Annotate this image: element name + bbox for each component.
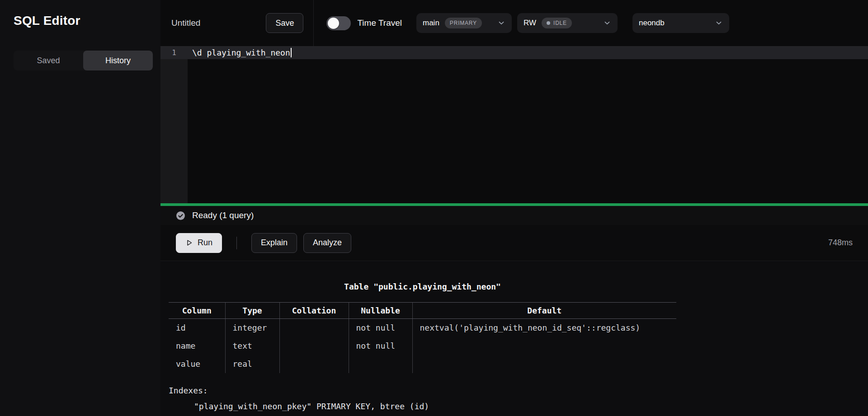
table-cell: real [225,355,279,373]
query-duration: 748ms [828,238,853,248]
column-header: Collation [279,303,349,319]
table-cell [412,337,676,355]
run-button-label: Run [198,238,212,248]
topbar-divider [313,0,314,46]
table-header-row: Column Type Collation Nullable Default [169,303,676,319]
editor-active-line[interactable]: 1 \d playing_with_neon [160,46,868,59]
branch-primary-badge: PRIMARY [445,18,482,28]
table-cell [279,319,349,337]
column-header: Nullable [349,303,412,319]
analyze-button[interactable]: Analyze [303,233,351,253]
line-number: 1 [160,48,188,57]
column-header: Default [412,303,676,319]
branch-selector[interactable]: main PRIMARY [416,13,512,33]
tab-saved[interactable]: Saved [14,51,83,70]
branch-primary-badge-label: PRIMARY [450,20,477,26]
toolbar-divider [236,237,237,249]
table-cell: nextval('playing_with_neon_id_seq'::regc… [412,319,676,337]
table-row: value real [169,355,676,373]
table-row: id integer not null nextval('playing_wit… [169,319,676,337]
table-cell: not null [349,319,412,337]
table-cell: name [169,337,225,355]
play-icon [185,239,193,247]
compute-status-badge: IDLE [542,18,572,28]
branch-name: main [423,19,439,28]
saved-history-tabs: Saved History [14,51,153,70]
code-line[interactable]: \d playing_with_neon [188,48,292,57]
sidebar: SQL Editor Saved History [0,0,160,416]
query-toolbar: Run Explain Analyze 748ms [160,225,868,261]
table-cell [279,337,349,355]
chevron-down-icon [497,19,505,27]
column-header: Type [225,303,279,319]
sql-editor-app: SQL Editor Saved History Untitled Save T… [0,0,868,416]
check-circle-icon [176,211,185,220]
explain-button-label: Explain [261,238,288,248]
table-cell: text [225,337,279,355]
time-travel-toggle[interactable] [326,16,351,30]
database-name: neondb [639,19,665,28]
tab-saved-label: Saved [37,56,60,65]
compute-mode: RW [524,19,536,28]
status-bar: Ready (1 query) [160,206,868,225]
page-title: SQL Editor [14,14,151,28]
chevron-down-icon [603,19,611,27]
analyze-button-label: Analyze [313,238,342,248]
main-panel: Untitled Save Time Travel main PRIMARY R… [160,0,868,416]
time-travel-label: Time Travel [357,18,402,28]
table-cell: integer [225,319,279,337]
code-text: \d playing_with_neon [192,48,290,57]
index-item: "playing_with_neon_pkey" PRIMARY KEY, bt… [169,402,868,411]
run-button[interactable]: Run [176,233,222,253]
column-header: Column [169,303,225,319]
compute-selector[interactable]: RW IDLE [517,13,618,33]
table-cell: value [169,355,225,373]
table-cell: not null [349,337,412,355]
save-button-label: Save [275,19,294,28]
query-title[interactable]: Untitled [171,18,200,28]
save-button[interactable]: Save [266,13,303,33]
table-row: name text not null [169,337,676,355]
text-cursor-icon [291,48,292,57]
chevron-down-icon [715,19,723,27]
indexes-label: Indexes: [169,386,868,395]
table-cell [349,355,412,373]
status-dot-icon [547,21,550,25]
tab-history[interactable]: History [83,51,153,70]
line-number-gutter [160,46,188,203]
code-editor[interactable]: 1 \d playing_with_neon [160,46,868,203]
status-message: Ready (1 query) [192,210,254,220]
tab-history-label: History [105,56,131,65]
table-cell [412,355,676,373]
database-selector[interactable]: neondb [632,13,729,33]
compute-status-label: IDLE [553,20,567,26]
explain-button[interactable]: Explain [251,233,297,253]
results-panel: Table "public.playing_with_neon" Column … [160,261,868,416]
table-cell [279,355,349,373]
results-table-title: Table "public.playing_with_neon" [169,282,676,291]
toggle-knob [328,18,339,29]
topbar: Untitled Save Time Travel main PRIMARY R… [160,0,868,46]
table-cell: id [169,319,225,337]
results-table: Column Type Collation Nullable Default i… [169,302,676,373]
